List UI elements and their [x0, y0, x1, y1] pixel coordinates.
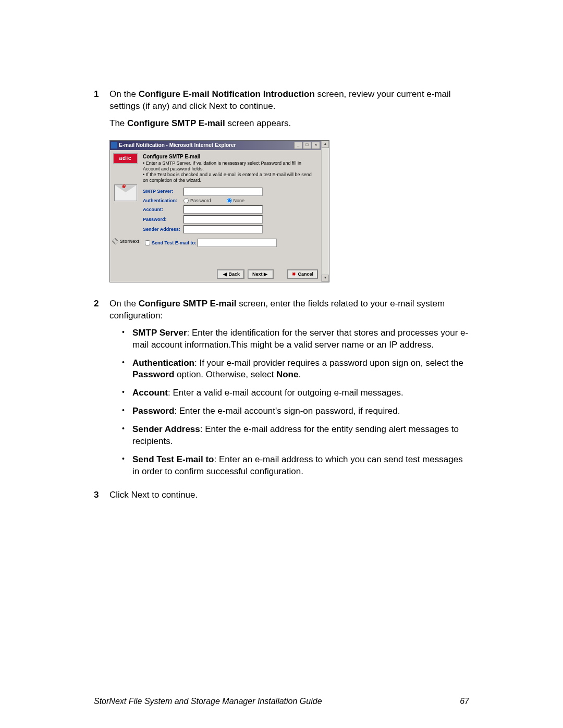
main-panel: Configure SMTP E-mail • Enter a SMTP Ser…: [140, 151, 320, 265]
step-body: On the Configure E-mail Notification Int…: [109, 89, 469, 135]
minimize-button[interactable]: _: [294, 142, 302, 149]
window-title: E-mail Notification - Microsoft Internet…: [119, 142, 236, 149]
send-test-checkbox[interactable]: [145, 240, 150, 245]
step-2-line: On the Configure SMTP E-mail screen, ent…: [109, 298, 469, 322]
step-number: 1: [94, 89, 109, 135]
footer-title: StorNext File System and Storage Manager…: [94, 696, 322, 707]
step-1-line-2: The Configure SMTP E-mail screen appears…: [109, 118, 469, 130]
bullet-sender-address: Sender Address: Enter the e-mail address…: [122, 424, 469, 448]
field-bullets: SMTP Server: Enter the identification fo…: [122, 327, 469, 478]
stornext-logo: StorNext: [112, 238, 140, 245]
step-number: 3: [94, 489, 109, 507]
x-icon: ✖: [292, 271, 296, 277]
bullet-send-test: Send Test E-mail to: Enter an e-mail add…: [122, 454, 469, 478]
step-number: 2: [94, 298, 109, 484]
envelope-icon: e: [114, 184, 137, 201]
password-row: Password:: [143, 215, 317, 224]
bullet-smtp-server: SMTP Server: Enter the identification fo…: [122, 327, 469, 351]
step-1-line-1: On the Configure E-mail Notification Int…: [109, 89, 469, 113]
account-input[interactable]: [183, 205, 263, 214]
stornext-icon: [112, 238, 119, 245]
adic-logo: adic: [113, 153, 138, 164]
side-panel: adic e StorNext: [111, 151, 140, 265]
step-3-text: Click Next to continue.: [109, 489, 469, 501]
panel-hints: • Enter a SMTP Server. If validation is …: [143, 161, 317, 183]
cancel-button[interactable]: ✖ Cancel: [287, 269, 318, 279]
smtp-server-label: SMTP Server:: [143, 188, 183, 194]
sender-address-label: Sender Address:: [143, 226, 183, 232]
sender-address-input[interactable]: [183, 225, 263, 233]
next-button[interactable]: Next ▶: [248, 269, 274, 279]
scroll-track[interactable]: [322, 148, 329, 275]
arrow-right-icon: ▶: [264, 271, 267, 277]
page-footer: StorNext File System and Storage Manager…: [94, 696, 469, 707]
document-page: 1 On the Configure E-mail Notification I…: [0, 0, 563, 728]
sender-address-row: Sender Address:: [143, 225, 317, 233]
step-3: 3 Click Next to continue.: [94, 489, 469, 507]
titlebar: E-mail Notification - Microsoft Internet…: [110, 141, 321, 150]
account-row: Account:: [143, 205, 317, 214]
dialog-window: E-mail Notification - Microsoft Internet…: [109, 140, 329, 282]
close-button[interactable]: ×: [312, 142, 320, 149]
page-number: 67: [460, 696, 469, 707]
maximize-button[interactable]: □: [303, 142, 311, 149]
panel-title: Configure SMTP E-mail: [143, 153, 317, 161]
send-test-row: Send Test E-mail to:: [143, 239, 317, 247]
password-input[interactable]: [183, 215, 263, 224]
account-label: Account:: [143, 206, 183, 213]
bullet-account: Account: Enter a valid e-mail account fo…: [122, 387, 469, 399]
authentication-label: Authentication:: [143, 198, 183, 204]
send-test-input[interactable]: [198, 239, 277, 247]
step-body: On the Configure SMTP E-mail screen, ent…: [109, 298, 469, 484]
bullet-password: Password: Enter the e-mail account's sig…: [122, 405, 469, 417]
auth-option-password[interactable]: Password: [183, 198, 211, 204]
step-2: 2 On the Configure SMTP E-mail screen, e…: [94, 298, 469, 484]
send-test-label: Send Test E-mail to:: [152, 240, 198, 246]
back-button[interactable]: ◀ Back: [217, 269, 244, 279]
bullet-authentication: Authentication: If your e-mail provider …: [122, 357, 469, 381]
smtp-server-input[interactable]: [183, 188, 263, 196]
authentication-row: Authentication: Password None: [143, 198, 317, 204]
step-body: Click Next to continue.: [109, 489, 469, 507]
scrollbar[interactable]: ▴ ▾: [321, 141, 329, 282]
screenshot: E-mail Notification - Microsoft Internet…: [109, 140, 469, 282]
smtp-server-row: SMTP Server:: [143, 188, 317, 196]
arrow-left-icon: ◀: [223, 271, 227, 277]
ie-icon: [111, 142, 117, 149]
dialog-body: adic e StorNext Config: [110, 150, 321, 266]
step-1: 1 On the Configure E-mail Notification I…: [94, 89, 469, 135]
auth-option-none[interactable]: None: [227, 198, 245, 204]
button-bar: ◀ Back Next ▶ ✖ Cancel: [110, 266, 321, 282]
scroll-down-icon[interactable]: ▾: [322, 275, 329, 282]
auth-password-radio[interactable]: [183, 198, 189, 203]
scroll-up-icon[interactable]: ▴: [322, 141, 329, 148]
password-label: Password:: [143, 216, 183, 223]
auth-none-radio[interactable]: [227, 198, 232, 203]
